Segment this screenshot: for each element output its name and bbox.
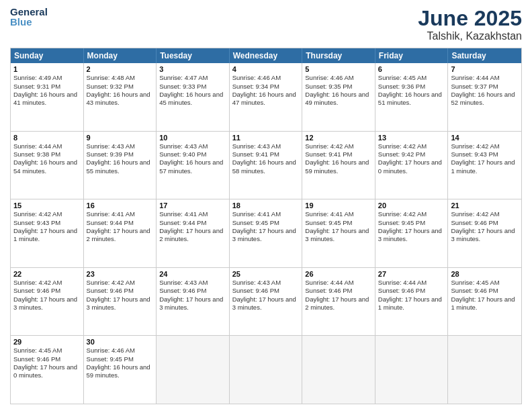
cal-day-empty [375, 336, 449, 404]
cal-day-19: 19Sunrise: 4:41 AMSunset: 9:45 PMDayligh… [302, 199, 375, 267]
cal-day-25: 25Sunrise: 4:43 AMSunset: 9:46 PMDayligh… [230, 268, 303, 336]
cal-day-empty [302, 336, 375, 404]
cal-day-17: 17Sunrise: 4:41 AMSunset: 9:44 PMDayligh… [157, 199, 230, 267]
cal-day-15: 15Sunrise: 4:42 AMSunset: 9:43 PMDayligh… [11, 199, 84, 267]
cal-day-9: 9Sunrise: 4:43 AMSunset: 9:39 PMDaylight… [84, 132, 157, 199]
header-thursday: Thursday [302, 48, 375, 63]
title-location: Talshik, Kazakhstan [418, 30, 522, 42]
cal-week-2: 8Sunrise: 4:44 AMSunset: 9:38 PMDaylight… [11, 132, 521, 200]
header-friday: Friday [375, 48, 449, 63]
title-month: June 2025 [418, 7, 522, 30]
cal-day-8: 8Sunrise: 4:44 AMSunset: 9:38 PMDaylight… [11, 132, 84, 199]
cal-day-24: 24Sunrise: 4:43 AMSunset: 9:46 PMDayligh… [157, 268, 230, 336]
cal-day-27: 27Sunrise: 4:44 AMSunset: 9:46 PMDayligh… [375, 268, 449, 336]
cal-day-20: 20Sunrise: 4:42 AMSunset: 9:45 PMDayligh… [375, 199, 449, 267]
header: General Blue June 2025 Talshik, Kazakhst… [10, 7, 522, 42]
cal-day-7: 7Sunrise: 4:44 AMSunset: 9:37 PMDaylight… [448, 63, 521, 131]
cal-day-empty [157, 336, 230, 404]
cal-day-12: 12Sunrise: 4:42 AMSunset: 9:41 PMDayligh… [302, 132, 375, 199]
header-monday: Monday [84, 48, 157, 63]
cal-week-1: 1Sunrise: 4:49 AMSunset: 9:31 PMDaylight… [11, 63, 521, 132]
cal-day-6: 6Sunrise: 4:45 AMSunset: 9:36 PMDaylight… [375, 63, 449, 131]
cal-day-5: 5Sunrise: 4:46 AMSunset: 9:35 PMDaylight… [302, 63, 375, 131]
cal-day-30: 30Sunrise: 4:46 AMSunset: 9:45 PMDayligh… [84, 336, 157, 404]
cal-day-22: 22Sunrise: 4:42 AMSunset: 9:46 PMDayligh… [11, 268, 84, 336]
cal-day-26: 26Sunrise: 4:44 AMSunset: 9:46 PMDayligh… [302, 268, 375, 336]
header-sunday: Sunday [11, 48, 84, 63]
cal-day-1: 1Sunrise: 4:49 AMSunset: 9:31 PMDaylight… [11, 63, 84, 131]
cal-day-11: 11Sunrise: 4:43 AMSunset: 9:41 PMDayligh… [230, 132, 303, 199]
header-saturday: Saturday [448, 48, 521, 63]
cal-day-4: 4Sunrise: 4:46 AMSunset: 9:34 PMDaylight… [230, 63, 303, 131]
cal-day-empty [448, 336, 521, 404]
logo: General Blue [10, 7, 30, 26]
cal-day-13: 13Sunrise: 4:42 AMSunset: 9:42 PMDayligh… [375, 132, 449, 199]
header-wednesday: Wednesday [230, 48, 303, 63]
cal-day-23: 23Sunrise: 4:42 AMSunset: 9:46 PMDayligh… [84, 268, 157, 336]
cal-day-21: 21Sunrise: 4:42 AMSunset: 9:46 PMDayligh… [448, 199, 521, 267]
cal-day-28: 28Sunrise: 4:45 AMSunset: 9:46 PMDayligh… [448, 268, 521, 336]
cal-day-3: 3Sunrise: 4:47 AMSunset: 9:33 PMDaylight… [157, 63, 230, 131]
calendar: Sunday Monday Tuesday Wednesday Thursday… [10, 48, 522, 404]
cal-day-29: 29Sunrise: 4:45 AMSunset: 9:46 PMDayligh… [11, 336, 84, 404]
cal-day-empty [230, 336, 303, 404]
cal-day-18: 18Sunrise: 4:41 AMSunset: 9:45 PMDayligh… [230, 199, 303, 267]
cal-week-4: 22Sunrise: 4:42 AMSunset: 9:46 PMDayligh… [11, 268, 521, 336]
header-tuesday: Tuesday [157, 48, 230, 63]
cal-day-10: 10Sunrise: 4:43 AMSunset: 9:40 PMDayligh… [157, 132, 230, 199]
cal-day-16: 16Sunrise: 4:41 AMSunset: 9:44 PMDayligh… [84, 199, 157, 267]
page: General Blue June 2025 Talshik, Kazakhst… [0, 0, 532, 411]
cal-week-3: 15Sunrise: 4:42 AMSunset: 9:43 PMDayligh… [11, 199, 521, 268]
cal-day-14: 14Sunrise: 4:42 AMSunset: 9:43 PMDayligh… [448, 132, 521, 199]
calendar-body: 1Sunrise: 4:49 AMSunset: 9:31 PMDaylight… [11, 63, 521, 404]
cal-day-2: 2Sunrise: 4:48 AMSunset: 9:32 PMDaylight… [84, 63, 157, 131]
cal-week-5: 29Sunrise: 4:45 AMSunset: 9:46 PMDayligh… [11, 336, 521, 404]
calendar-header: Sunday Monday Tuesday Wednesday Thursday… [11, 48, 521, 63]
title-block: June 2025 Talshik, Kazakhstan [418, 7, 522, 42]
